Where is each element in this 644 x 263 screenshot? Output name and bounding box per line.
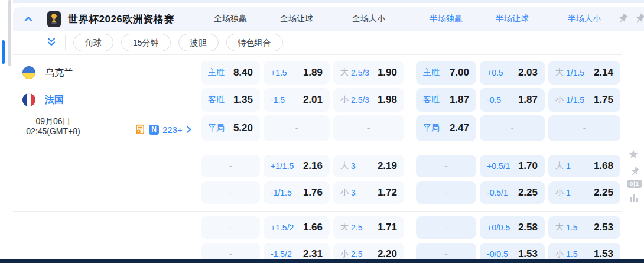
odds-cell[interactable]: 平局5.20 (201, 115, 260, 141)
odds-cell[interactable]: +1/1.52.16 (264, 155, 330, 177)
bottom-navy-bar (0, 259, 644, 263)
odds-row: 主胜8.40 +1.51.89 大2.5/31.90 主胜7.00 +0.52.… (201, 61, 620, 85)
filter-special-combos[interactable]: 特色组合 (226, 34, 283, 51)
collapse-league-button[interactable] (22, 13, 34, 25)
score-badge-icon[interactable]: 0|1 (627, 180, 642, 188)
odds-cell-empty: - (416, 216, 476, 239)
odds-cell[interactable]: 大2.51.71 (333, 216, 404, 239)
odds-cell[interactable]: 客胜1.35 (201, 88, 260, 112)
expand-all-button[interactable] (46, 37, 58, 48)
odds-cell-empty: - (416, 155, 476, 177)
column-gap-spacer (408, 61, 412, 85)
odds-cell[interactable]: -0.5/12.25 (480, 181, 545, 204)
odds-row: - +1/1.52.16 大32.19 - +0.5/11.70 大11.68 (201, 155, 620, 177)
tab-half-time-1x2[interactable]: 半场独赢 (416, 14, 476, 24)
column-gap-spacer (408, 88, 412, 112)
double-chevron-down-icon (46, 37, 57, 47)
tab-full-time-handicap[interactable]: 全场让球 (264, 14, 330, 24)
odds-row: - -1/1.51.76 小31.72 - -0.5/12.25 小12.25 (201, 181, 620, 204)
favorite-star-icon[interactable]: ★ (628, 148, 639, 160)
live-odds-icon (135, 124, 145, 135)
odds-cell[interactable]: 小31.72 (333, 181, 404, 204)
odds-cell[interactable]: 大1.52.53 (548, 216, 620, 239)
match-block-main: 乌克兰 法国 09月06日 02:45(GMT+8) N 223+ 主胜8.40… (13, 54, 622, 148)
chevron-right-icon (186, 126, 192, 133)
right-rail-divider (622, 30, 622, 263)
odds-cell-empty: - (548, 115, 620, 141)
more-markets-link[interactable]: N 223+ (135, 124, 192, 135)
odds-cell[interactable]: +1.5/21.66 (264, 216, 330, 239)
n-badge-icon: N (149, 125, 159, 135)
odds-cell-empty: - (201, 155, 260, 177)
odds-cell[interactable]: 大1/1.52.14 (548, 61, 620, 85)
left-rail (0, 0, 13, 263)
league-header: 世界杯2026欧洲资格赛 全场独赢 全场让球 全场大小 半场独赢 半场让球 半场… (13, 7, 644, 31)
odds-cell[interactable]: 主胜8.40 (201, 61, 260, 85)
header-pin-actions (617, 13, 644, 25)
top-divider-strip (13, 0, 644, 3)
odds-cell[interactable]: 小12.25 (548, 181, 620, 204)
column-gap-spacer (408, 155, 412, 177)
market-column-headers: 全场独赢 全场让球 全场大小 半场独赢 半场让球 半场大小 (201, 7, 620, 31)
match-date: 09月06日 (15, 116, 91, 126)
odds-cell[interactable]: 主胜7.00 (416, 61, 476, 85)
pin-match-icon[interactable] (628, 165, 642, 179)
odds-cell[interactable]: +0.5/11.70 (480, 155, 545, 177)
odds-cell[interactable]: -0.51.87 (480, 88, 545, 112)
odds-cell-empty: - (201, 216, 260, 239)
odds-cell[interactable]: -1/1.51.76 (264, 181, 330, 204)
odds-cell[interactable]: 大32.19 (333, 155, 404, 177)
filter-correct-score[interactable]: 波胆 (178, 34, 219, 51)
ukraine-flag-icon (22, 66, 35, 79)
odds-cell[interactable]: 大2.5/31.90 (333, 61, 404, 85)
column-gap-spacer (408, 216, 412, 239)
market-filter-row: 角球 15分钟 波胆 特色组合 (13, 31, 622, 55)
france-flag-icon (22, 93, 35, 106)
odds-cell[interactable]: +1.51.89 (264, 61, 330, 85)
league-header-left: 世界杯2026欧洲资格赛 (13, 7, 174, 31)
more-markets-count: 223+ (162, 125, 183, 135)
odds-cell[interactable]: 小1/1.51.75 (548, 88, 620, 112)
active-section-indicator (2, 40, 5, 64)
match-time: 02:45(GMT+8) (15, 126, 91, 137)
league-title: 世界杯2026欧洲资格赛 (68, 12, 174, 26)
chevron-up-icon (24, 14, 33, 24)
pin-icon[interactable] (632, 11, 644, 27)
odds-cell[interactable]: -1.52.01 (264, 88, 330, 112)
odds-cell-empty: - (416, 181, 476, 204)
match-datetime: 09月06日 02:45(GMT+8) (15, 116, 91, 137)
world-cup-trophy-icon (47, 11, 61, 27)
match-block-secondary: - +1/1.52.16 大32.19 - +0.5/11.70 大11.68 … (13, 148, 622, 212)
odds-row: 客胜1.35 -1.52.01 小2.5/31.98 客胜1.87 -0.51.… (201, 88, 620, 112)
match-block-tertiary: - +1.5/21.66 大2.51.71 - +0/0.52.58 大1.52… (13, 211, 622, 263)
filter-15-minutes[interactable]: 15分钟 (121, 34, 171, 51)
pin-icon[interactable] (614, 11, 631, 27)
odds-cell-empty: - (333, 115, 404, 141)
odds-cell[interactable]: +0/0.52.58 (480, 216, 545, 239)
odds-cell[interactable]: 客胜1.87 (416, 88, 476, 112)
odds-cell-empty: - (201, 181, 260, 204)
tab-full-time-1x2[interactable]: 全场独赢 (201, 14, 260, 24)
tab-half-time-over-under[interactable]: 半场大小 (548, 14, 620, 24)
filter-divider (65, 35, 66, 50)
stats-chart-icon[interactable] (629, 192, 639, 203)
odds-cell-empty: - (480, 115, 545, 141)
scrollbar-thumb[interactable] (8, 0, 11, 66)
home-team-name: 乌克兰 (45, 67, 73, 79)
odds-cell[interactable]: 平局2.47 (416, 115, 476, 141)
odds-row: - +1.5/21.66 大2.51.71 - +0/0.52.58 大1.52… (201, 216, 620, 239)
tab-half-time-handicap[interactable]: 半场让球 (480, 14, 545, 24)
away-team-name: 法国 (45, 94, 64, 106)
column-gap-spacer (408, 181, 412, 204)
odds-cell[interactable]: +0.52.03 (480, 61, 545, 85)
tab-full-time-over-under[interactable]: 全场大小 (333, 14, 404, 24)
odds-cell[interactable]: 小2.5/31.98 (333, 88, 404, 112)
odds-cell[interactable]: 大11.68 (548, 155, 620, 177)
odds-cell-empty: - (264, 115, 330, 141)
odds-row: 平局5.20 - - 平局2.47 - - (201, 115, 620, 141)
column-gap-spacer (408, 115, 412, 141)
filter-corners[interactable]: 角球 (73, 34, 113, 51)
